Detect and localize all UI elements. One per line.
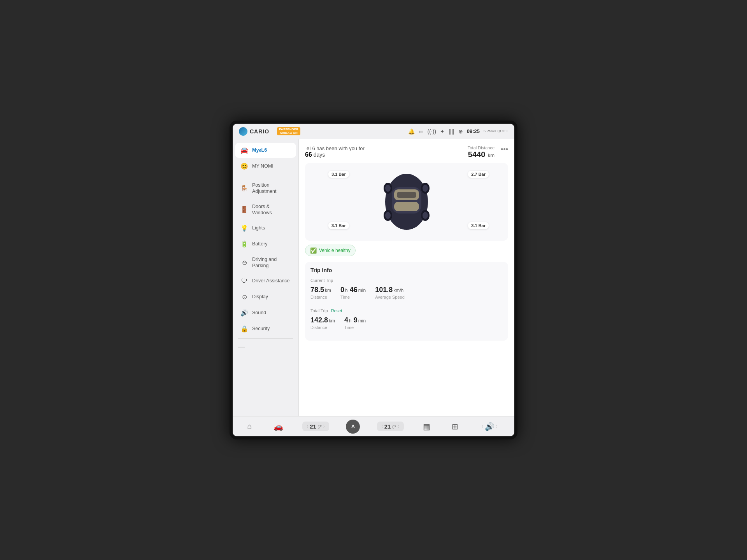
more-options-button[interactable]: ••• [501, 145, 508, 154]
svg-point-10 [385, 212, 391, 219]
auto-climate-button[interactable]: A [346, 420, 360, 434]
screen-outer: CARIO PASSENGER AIRBAG ON 🔔 ▭ ((·)) ✦ ||… [230, 121, 517, 439]
vehicle-days-count: 66 days [305, 151, 365, 158]
signal-icon: |||| [449, 128, 454, 135]
vol-right-chevron: 〉 [496, 424, 500, 429]
volume-icon: 🔊 [485, 422, 494, 431]
healthy-check-icon: ✅ [310, 247, 317, 254]
wifi-icon: ((·)) [428, 128, 437, 135]
sidebar-item-my-el6[interactable]: 🚘 MyeL6 [235, 143, 296, 158]
total-distance-area: Total Distance 5440 km ••• [468, 145, 508, 159]
seat-heat-button[interactable]: ▦ [421, 420, 433, 433]
sidebar-item-lights[interactable]: 💡 Lights [235, 220, 296, 236]
sidebar: 🚘 MyeL6 😊 MY NOMI 🪑 Position Adjustment … [233, 139, 299, 416]
home-button[interactable]: ⌂ [245, 420, 254, 432]
svg-rect-13 [397, 192, 416, 198]
current-time-label: Time [340, 295, 366, 299]
current-trip-label: Current Trip [310, 278, 503, 283]
vehicle-healthy-badge: ✅ Vehicle healthy [305, 245, 356, 256]
sidebar-divider-2 [238, 338, 293, 339]
sidebar-item-doors-windows[interactable]: 🚪 Doors & Windows [235, 200, 296, 220]
sidebar-item-position-adjustment[interactable]: 🪑 Position Adjustment [235, 178, 296, 199]
car-nav-icon: 🚗 [274, 422, 283, 431]
volume-control[interactable]: 〈 🔊 〉 [477, 420, 502, 433]
sidebar-more-icon[interactable]: — [233, 340, 298, 353]
climate-left-temp-display: 21 5° [310, 423, 322, 430]
climate-left-control[interactable]: 〈 21 5° 〉 [302, 422, 329, 431]
sidebar-item-driving-parking[interactable]: ⊖ Driving and Parking [235, 252, 296, 273]
total-time-value: 4h 9min [344, 316, 366, 324]
sidebar-item-my-nomi[interactable]: 😊 MY NOMI [235, 159, 296, 174]
days-value: 66 [305, 151, 312, 158]
current-distance-label: Distance [310, 295, 331, 299]
sidebar-label-driving: Driving and Parking [252, 256, 291, 269]
display-icon: ⊙ [240, 293, 248, 301]
total-distance-unit: km [488, 152, 494, 158]
vehicle-days-info: eL6 has been with you for 66 days [305, 145, 365, 158]
nomi-icon: 😊 [240, 163, 248, 170]
tire-pressure-rear-left: 3.1 Bar [328, 222, 349, 229]
sidebar-item-battery[interactable]: 🔋 Battery [235, 236, 296, 252]
sidebar-label-battery: Battery [252, 241, 268, 247]
days-label: days [314, 152, 325, 158]
battery-icon: 🔋 [240, 240, 248, 248]
sidebar-label-my-nomi: MY NOMI [252, 163, 274, 169]
home-icon: ⌂ [247, 422, 252, 431]
cario-logo-icon [239, 127, 247, 136]
left-chevron-icon-right: 〈 [379, 424, 383, 429]
climate-right-control[interactable]: 〈 21 0° 〉 [377, 422, 404, 431]
total-trip-stats: 142.8km Distance 4h 9min Time [310, 316, 503, 330]
reset-button[interactable]: Reset [331, 308, 342, 313]
grid-view-button[interactable]: ⊞ [449, 420, 461, 433]
sidebar-divider-1 [238, 176, 293, 176]
right-chevron-icon-left: 〉 [323, 424, 327, 429]
clock-display: 09:25 [467, 128, 480, 134]
sidebar-item-driver-assistance[interactable]: 🛡 Driver Assistance [235, 274, 296, 289]
sidebar-item-sound[interactable]: 🔊 Sound [235, 305, 296, 320]
grid-icon: ⊞ [452, 422, 458, 431]
sidebar-label-driver-assistance: Driver Assistance [252, 278, 290, 284]
sidebar-item-display[interactable]: ⊙ Display [235, 289, 296, 304]
climate-left-temp-sub: 5 [317, 425, 320, 429]
tire-pressure-front-right: 2.7 Bar [468, 171, 489, 178]
trip-info-title: Trip Info [310, 267, 503, 273]
auto-label: A [351, 424, 355, 429]
pmax-unit: PMAX [486, 129, 496, 133]
car-button[interactable]: 🚗 [271, 420, 286, 433]
sidebar-label-display: Display [252, 294, 268, 300]
total-distance-label: Distance [310, 325, 335, 330]
healthy-text: Vehicle healthy [319, 248, 351, 253]
seat-icon: 🪑 [240, 185, 248, 192]
sidebar-label-my-el6: MyeL6 [252, 147, 267, 153]
total-time-stat: 4h 9min Time [344, 316, 366, 330]
bottom-bar: ⌂ 🚗 〈 21 5° 〉 A 〈 21 0° [233, 416, 514, 436]
main-layout: 🚘 MyeL6 😊 MY NOMI 🪑 Position Adjustment … [233, 139, 514, 416]
lock-icon: 🔒 [240, 325, 248, 332]
tire-pressure-rear-right: 3.1 Bar [468, 222, 489, 229]
svg-rect-4 [394, 202, 419, 211]
climate-right-temp-display: 21 0° [384, 423, 396, 430]
climate-right-temp-sub: 0 [392, 425, 395, 429]
right-chevron-icon-right: 〉 [398, 424, 402, 429]
sidebar-label-doors: Doors & Windows [252, 203, 291, 216]
total-distance-value: 142.8km [310, 316, 335, 324]
sidebar-label-sound: Sound [252, 310, 266, 316]
car-illustration [356, 171, 457, 233]
pmax-sub: QUIET [497, 129, 508, 133]
sidebar-label-lights: Lights [252, 225, 265, 231]
total-time-label: Time [344, 325, 366, 330]
top-bar: CARIO PASSENGER AIRBAG ON 🔔 ▭ ((·)) ✦ ||… [233, 124, 514, 139]
gps-icon: ⊕ [458, 128, 463, 135]
seat-heat-icon: ▦ [423, 422, 430, 431]
pmax-value: 5 [484, 129, 486, 133]
current-distance-stat: 78.5km Distance [310, 286, 331, 299]
current-time-value: 0h 46min [340, 286, 366, 294]
light-icon: 💡 [240, 224, 248, 232]
sound-icon: 🔊 [240, 309, 248, 317]
pmax-badge: 5 PMAX QUIET [484, 130, 508, 133]
car-display: 3.1 Bar 2.7 Bar 3.1 Bar 3.1 Bar [305, 163, 508, 241]
left-chevron-icon: 〈 [305, 424, 309, 429]
current-avgspeed-label: Average Speed [375, 295, 405, 299]
sidebar-item-security[interactable]: 🔒 Security [235, 321, 296, 336]
total-distance-label: Total Distance [468, 145, 494, 150]
